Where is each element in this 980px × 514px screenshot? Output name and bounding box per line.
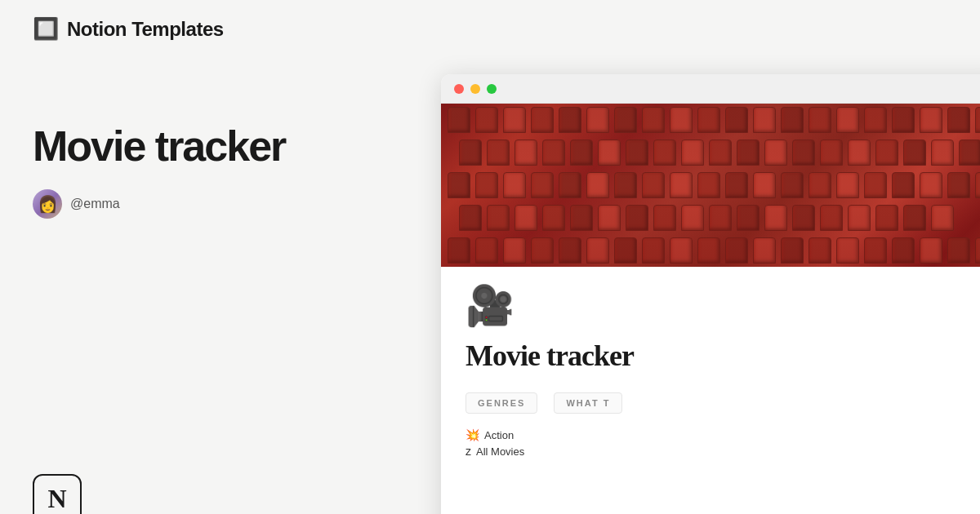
author-name: @emma — [70, 197, 120, 211]
page-content: 🎥 Movie tracker GENRES WHAT T 💥 Action z — [441, 267, 980, 476]
browser-mockup: 🎥 Movie tracker GENRES WHAT T 💥 Action z — [441, 74, 980, 514]
browser-dot-green[interactable] — [487, 84, 497, 94]
db-col-genres[interactable]: GENRES — [466, 392, 537, 414]
notion-n-letter: N — [47, 484, 66, 514]
header: 🔲 Notion Templates — [0, 0, 980, 58]
browser-dot-yellow[interactable] — [470, 84, 480, 94]
db-item-action: 💥 Action — [466, 427, 980, 443]
notion-n-icon: N — [33, 474, 82, 514]
author-row: 👩 @emma — [33, 189, 441, 219]
browser-chrome — [441, 74, 980, 104]
all-movies-emoji: z — [466, 445, 471, 458]
cinema-image — [441, 104, 980, 267]
notion-icon-bottom: N — [33, 474, 82, 514]
all-movies-label: All Movies — [476, 445, 524, 458]
browser-dot-red[interactable] — [454, 84, 464, 94]
right-panel: 🎥 Movie tracker GENRES WHAT T 💥 Action z — [441, 58, 980, 514]
db-col-what[interactable]: WHAT T — [554, 392, 622, 414]
browser-content: 🎥 Movie tracker GENRES WHAT T 💥 Action z — [441, 104, 980, 514]
left-panel: Movie tracker 👩 @emma N — [33, 58, 441, 514]
action-label: Action — [484, 429, 514, 441]
main-content: Movie tracker 👩 @emma N — [0, 58, 980, 514]
header-title: Notion Templates — [67, 18, 224, 41]
avatar: 👩 — [33, 189, 62, 219]
page-title: Movie tracker — [33, 123, 441, 170]
browser-page-title: Movie tracker — [466, 339, 980, 373]
notion-logo-icon: 🔲 — [33, 16, 59, 42]
action-emoji: 💥 — [466, 428, 479, 441]
db-rows: 💥 Action z All Movies — [466, 427, 980, 459]
db-item-all-movies: z All Movies — [466, 443, 980, 459]
page-emoji: 🎥 — [466, 283, 980, 329]
db-columns: GENRES WHAT T — [466, 392, 980, 414]
avatar-emoji: 👩 — [38, 194, 58, 214]
